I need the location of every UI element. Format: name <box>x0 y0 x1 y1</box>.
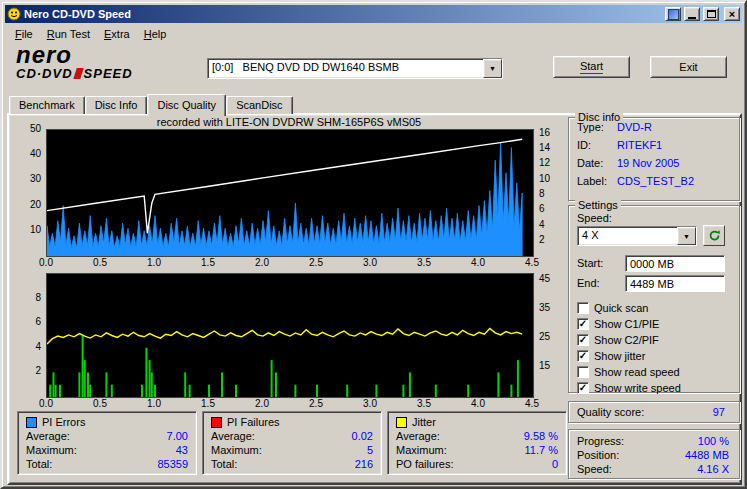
stat-row: Total:85359 <box>26 457 188 471</box>
tab-scandisc[interactable]: ScanDisc <box>226 96 292 114</box>
show-read-speed-option: Show read speed <box>577 365 680 379</box>
nero-logo: nero CD·DVD SPEED <box>16 44 186 81</box>
pi-errors-stats-box: PI Errors Average:7.00 Maximum:43 Total:… <box>17 411 197 475</box>
logo-product-left: CD·DVD <box>16 66 73 81</box>
quality-score-value: 97 <box>713 406 739 418</box>
logo-brand-text: nero <box>16 44 186 66</box>
speed-select-value: 4 X <box>578 227 677 245</box>
quality-score-label: Quality score: <box>569 406 644 418</box>
close-button[interactable]: × <box>724 7 740 21</box>
pi-errors-stats-title: PI Errors <box>42 416 85 428</box>
end-label: End: <box>577 277 600 289</box>
quality-score-group: Quality score: 97 <box>568 401 740 423</box>
menu-extra[interactable]: Extra <box>97 26 137 42</box>
jitter-stats-title: Jitter <box>412 416 436 428</box>
nero-smiley-app-icon[interactable] <box>7 7 21 21</box>
pi-failures-stats-title: PI Failures <box>227 416 280 428</box>
chevron-down-icon: ▼ <box>489 65 496 72</box>
show-read-speed-checkbox[interactable] <box>577 366 589 378</box>
show-c2-pif-checkbox[interactable]: ✓ <box>577 334 589 346</box>
ime-indicator-button[interactable] <box>665 7 681 21</box>
quick-scan-option: Quick scan <box>577 301 648 315</box>
progress-group: Progress:100 % Position:4488 MB Speed:4.… <box>568 429 740 479</box>
stats-row: PI Errors Average:7.00 Maximum:43 Total:… <box>17 411 567 475</box>
disc-info-row: Date:19 Nov 2005 <box>569 154 739 172</box>
menu-bar: File Run Test Extra Help <box>8 25 173 42</box>
start-label: Start: <box>577 257 603 269</box>
jitter-legend-swatch <box>396 417 407 428</box>
speed-select[interactable]: 4 X ▼ <box>577 226 697 246</box>
app-window: Nero CD-DVD Speed × File Run Test Extra … <box>0 0 747 489</box>
pi-errors-right-axis: 161412108642 <box>536 129 566 255</box>
ime-icon <box>668 9 679 20</box>
position-row: Position:4488 MB <box>569 448 739 462</box>
stat-row: Average:7.00 <box>26 429 188 443</box>
minimize-button[interactable] <box>684 7 700 21</box>
speed-label: Speed: <box>577 212 612 224</box>
refresh-button[interactable] <box>703 225 725 246</box>
settings-group-title: Settings <box>575 199 621 211</box>
stat-row: Average:9.58 % <box>396 429 558 443</box>
scan-speed-row: Speed:4.16 X <box>569 462 739 476</box>
start-button[interactable]: Start <box>553 56 630 78</box>
maximize-icon <box>707 10 716 18</box>
settings-group: Settings Speed: 4 X ▼ Start: 0000 MB End… <box>568 205 740 393</box>
tab-disc-info[interactable]: Disc Info <box>85 96 148 114</box>
chart-title: recorded with LITE-ON DVDRW SHM-165P6S v… <box>46 116 532 128</box>
pi-failures-left-axis: 8642 <box>13 273 44 396</box>
show-write-speed-option: ✓Show write speed <box>577 381 681 395</box>
title-bar[interactable]: Nero CD-DVD Speed × <box>5 5 742 23</box>
minimize-icon <box>688 17 696 19</box>
stat-row: Maximum:43 <box>26 443 188 457</box>
progress-row: Progress:100 % <box>569 434 739 448</box>
disc-info-row: Label:CDS_TEST_B2 <box>569 172 739 190</box>
pi-errors-chart-plot <box>46 129 534 257</box>
stat-row: Average:0.02 <box>211 429 373 443</box>
menu-help[interactable]: Help <box>137 26 174 42</box>
speed-select-dropdown-button[interactable]: ▼ <box>677 227 696 245</box>
stat-row: PO failures:0 <box>396 457 558 471</box>
refresh-icon <box>708 229 721 242</box>
pi-failures-legend-swatch <box>211 417 222 428</box>
pi-errors-x-axis: 0.00.51.01.52.02.53.03.54.04.5 <box>46 257 532 269</box>
start-position-field[interactable]: 0000 MB <box>625 255 725 272</box>
end-position-field[interactable]: 4489 MB <box>625 275 725 292</box>
drive-select-value: [0:0] BENQ DVD DD DW1640 BSMB <box>208 59 483 78</box>
stat-row: Total:216 <box>211 457 373 471</box>
menu-run-test[interactable]: Run Test <box>40 26 97 42</box>
disc-info-group: Disc info Type:DVD-R ID:RITEKF1 Date:19 … <box>568 117 740 201</box>
maximize-button[interactable] <box>703 7 719 21</box>
logo-product-right: SPEED <box>84 66 133 81</box>
chevron-down-icon: ▼ <box>683 233 690 240</box>
menu-file[interactable]: File <box>8 26 40 42</box>
tab-strip: Benchmark Disc Info Disc Quality ScanDis… <box>9 92 293 114</box>
show-jitter-checkbox[interactable]: ✓ <box>577 350 589 362</box>
quick-scan-checkbox[interactable] <box>577 302 589 314</box>
exit-button[interactable]: Exit <box>650 56 727 78</box>
logo-product-text: CD·DVD SPEED <box>16 66 186 81</box>
disc-quality-page: recorded with LITE-ON DVDRW SHM-165P6S v… <box>7 113 742 485</box>
stat-row: Maximum:5 <box>211 443 373 457</box>
pi-errors-legend-swatch <box>26 417 37 428</box>
pi-failures-chart-plot <box>46 273 534 398</box>
disc-info-group-title: Disc info <box>575 111 623 123</box>
jitter-stats-box: Jitter Average:9.58 % Maximum:11.7 % PO … <box>387 411 567 475</box>
disc-info-row: ID:RITEKF1 <box>569 136 739 154</box>
tab-benchmark[interactable]: Benchmark <box>9 96 85 114</box>
pi-errors-left-axis: 5040302010 <box>13 129 44 255</box>
logo-flame-icon <box>73 68 84 79</box>
window-title: Nero CD-DVD Speed <box>24 8 662 20</box>
show-c1-pie-option: ✓Show C1/PIE <box>577 317 659 331</box>
pi-failures-right-axis: 45352515 <box>536 273 566 396</box>
show-write-speed-checkbox[interactable]: ✓ <box>577 382 589 394</box>
stat-row: Maximum:11.7 % <box>396 443 558 457</box>
tab-disc-quality[interactable]: Disc Quality <box>147 94 226 116</box>
pi-failures-x-axis: 0.00.51.01.52.02.53.03.54.04.5 <box>46 398 532 410</box>
show-jitter-option: ✓Show jitter <box>577 349 645 363</box>
disc-quality-content: recorded with LITE-ON DVDRW SHM-165P6S v… <box>9 115 740 483</box>
show-c1-pie-checkbox[interactable]: ✓ <box>577 318 589 330</box>
drive-select-dropdown-button[interactable]: ▼ <box>483 59 502 78</box>
drive-select[interactable]: [0:0] BENQ DVD DD DW1640 BSMB ▼ <box>207 58 503 79</box>
pi-failures-stats-box: PI Failures Average:0.02 Maximum:5 Total… <box>202 411 382 475</box>
show-c2-pif-option: ✓Show C2/PIF <box>577 333 659 347</box>
